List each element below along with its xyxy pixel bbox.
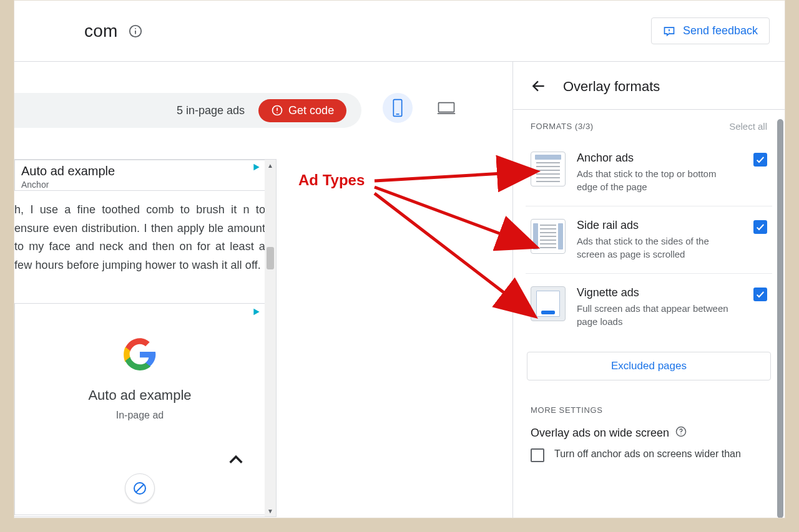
main-area: 5 in-page ads Get code Auto ad example [14, 62, 513, 518]
desktop-preview-button[interactable] [431, 93, 461, 123]
scrollbar-thumb[interactable] [267, 247, 274, 269]
format-title: Vignette ads [577, 286, 742, 299]
wide-screen-title: Overlay ads on wide screen [531, 427, 669, 440]
excluded-pages-button[interactable]: Excluded pages [527, 352, 771, 380]
site-domain-text: com [84, 21, 118, 41]
desktop-icon [437, 101, 456, 115]
app-window: com Send feedback 5 in-page ads Get code [14, 0, 785, 518]
feedback-icon [663, 25, 675, 37]
back-button[interactable] [531, 78, 548, 95]
block-ad-button[interactable] [125, 473, 155, 503]
format-title: Side rail ads [577, 219, 742, 232]
anchor-ads-icon [531, 152, 566, 186]
send-feedback-button[interactable]: Send feedback [651, 17, 770, 44]
app-header: com Send feedback [14, 1, 785, 62]
send-feedback-label: Send feedback [683, 24, 758, 37]
format-vignette-ads[interactable]: Vignette ads Full screen ads that appear… [526, 274, 772, 341]
help-icon[interactable] [675, 426, 687, 440]
format-desc: Ads that stick to the sides of the scree… [577, 235, 733, 261]
format-desc: Ads that stick to the top or bottom edge… [577, 167, 733, 193]
svg-point-7 [277, 112, 278, 114]
format-text: Anchor ads Ads that stick to the top or … [577, 152, 742, 193]
anchor-ad-title: Auto ad example [21, 164, 258, 178]
preview-pane: Auto ad example Anchor h, I use a fine t… [14, 159, 277, 517]
select-all-button[interactable]: Select all [729, 121, 767, 132]
format-desc: Full screen ads that appear between page… [577, 302, 733, 328]
wide-screen-checkbox[interactable] [531, 448, 544, 462]
formats-section-head: FORMATS (3/3) Select all [513, 110, 785, 134]
mobile-icon [391, 99, 404, 117]
wide-screen-checkbox-label: Turn off anchor ads on screens wider tha… [554, 448, 741, 460]
side-rail-ads-icon [531, 219, 566, 254]
panel-title: Overlay formats [563, 79, 660, 95]
ads-count-label: 5 in-page ads [177, 104, 245, 117]
inpage-ad-sub: In-page ad [116, 410, 164, 421]
scroll-up-icon[interactable]: ▲ [265, 160, 276, 171]
arrow-left-icon [531, 78, 547, 94]
svg-point-16 [680, 433, 681, 434]
preview-scrollbar[interactable]: ▲ ▼ [265, 160, 276, 516]
mobile-preview-button[interactable] [383, 93, 413, 123]
vignette-ads-icon [531, 286, 566, 321]
device-toggle [383, 93, 461, 123]
format-text: Side rail ads Ads that stick to the side… [577, 219, 742, 261]
anchor-ad-sub: Anchor [21, 180, 258, 190]
wide-screen-option: Turn off anchor ads on screens wider tha… [513, 443, 785, 462]
more-settings-label: MORE SETTINGS [513, 380, 785, 420]
formats-label: FORMATS (3/3) [531, 122, 594, 131]
anchor-ad-preview: Auto ad example Anchor [14, 160, 265, 191]
google-logo-icon [123, 337, 157, 371]
svg-rect-10 [439, 103, 454, 112]
toolbar: 5 in-page ads Get code [14, 93, 361, 128]
format-side-rail-ads[interactable]: Side rail ads Ads that stick to the side… [526, 206, 772, 274]
svg-point-4 [669, 32, 669, 32]
inpage-ad-preview: Auto ad example In-page ad [14, 303, 265, 515]
vignette-ads-checkbox[interactable] [753, 288, 767, 301]
get-code-button[interactable]: Get code [258, 99, 346, 122]
info-icon[interactable] [128, 24, 143, 39]
formats-list: Anchor ads Ads that stick to the top or … [513, 134, 785, 341]
format-anchor-ads[interactable]: Anchor ads Ads that stick to the top or … [526, 139, 772, 206]
format-title: Anchor ads [577, 152, 742, 165]
adchoices-icon[interactable] [252, 163, 261, 174]
panel-header: Overlay formats [513, 62, 785, 109]
annotation-label: Ad Types [298, 172, 365, 189]
side-rail-ads-checkbox[interactable] [753, 220, 767, 234]
get-code-label: Get code [288, 104, 334, 117]
svg-line-13 [136, 485, 144, 492]
alert-icon [271, 104, 283, 117]
inpage-ad-title: Auto ad example [88, 387, 191, 404]
site-title: com [84, 21, 143, 41]
scroll-down-icon[interactable]: ▼ [265, 505, 276, 516]
svg-point-2 [135, 27, 136, 29]
app-body: 5 in-page ads Get code Auto ad example [14, 62, 785, 518]
adchoices-icon[interactable] [252, 307, 261, 319]
panel-scrollbar[interactable] [777, 119, 783, 518]
chevron-up-icon[interactable] [227, 451, 245, 471]
format-text: Vignette ads Full screen ads that appear… [577, 286, 742, 328]
preview-body-text: h, I use a fine toothed comb to brush it… [14, 198, 265, 278]
anchor-ads-checkbox[interactable] [753, 153, 767, 167]
side-panel: Overlay formats FORMATS (3/3) Select all… [513, 62, 785, 518]
wide-screen-row: Overlay ads on wide screen [513, 420, 785, 443]
